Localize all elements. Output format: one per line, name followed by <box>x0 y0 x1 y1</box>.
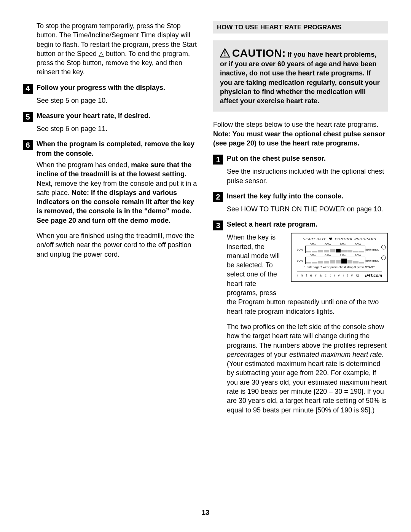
manual-page: To stop the program temporarily, press t… <box>0 0 411 532</box>
ifit-logo-text: iFIT.com <box>365 273 382 278</box>
hr-step-3-body: When the key is inserted, the manual mod… <box>227 233 388 415</box>
step-number-badge-hr-1: 1 <box>213 155 223 165</box>
step-5-body: See step 6 on page 11. <box>37 124 198 133</box>
page-number: 13 <box>23 509 388 517</box>
right-column: HOW TO USE HEART RATE PROGRAMS CAUTION: … <box>213 21 388 509</box>
hr-step-3-explain-i1: percentages <box>227 351 264 358</box>
console-button-dot-2 <box>381 256 386 260</box>
step-number-badge-hr-3: 3 <box>213 220 223 230</box>
console-title: HEART RATE CONTROL PROGRAMS <box>297 237 382 241</box>
console-profile-row-1: 50% 50% max. <box>297 246 382 253</box>
step-number-badge-hr-2: 2 <box>213 192 223 202</box>
console-profile-cells-2 <box>305 257 365 264</box>
caution-word: CAUTION: <box>232 47 286 59</box>
step-number-badge-5: 5 <box>23 112 33 122</box>
console-button-dot-1 <box>381 245 386 249</box>
hr-step-3-title: Select a heart rate program. <box>227 220 317 229</box>
heart-icon <box>329 237 333 241</box>
hr-step-3-explain-b: of your <box>264 351 289 358</box>
step-6-title: When the program is completed, remove th… <box>37 139 198 158</box>
step-4-header: 4 Follow your progress with the displays… <box>23 83 198 94</box>
step-5-header: 5 Measure your heart rate, if desired. <box>23 111 198 122</box>
hr-step-3-explain-a: The two profiles on the left side of the… <box>227 323 387 349</box>
console-figure-row: When the key is inserted, the manual mod… <box>227 233 388 297</box>
console-instruction-line: 1 enter age 2 wear pulse chest strap 3 p… <box>297 265 382 269</box>
console-title-a: HEART RATE <box>303 237 327 241</box>
hr-step-2-header: 2 Insert the key fully into the console. <box>213 192 388 202</box>
step-6-body-1: When the program has ended, make sure th… <box>37 160 198 225</box>
console-profile-cells-1 <box>305 246 365 253</box>
hr-step-3-explain: The two profiles on the left side of the… <box>227 322 388 415</box>
heart-rate-section-heading: HOW TO USE HEART RATE PROGRAMS <box>213 21 388 34</box>
console-row1-suffix: 50% max. <box>365 248 382 251</box>
hr-step-3-explain-i2: estimated maximum heart rate <box>289 351 382 358</box>
stop-program-paragraph: To stop the program temporarily, press t… <box>37 21 198 77</box>
console-footer-row: i n t e r a c t i v i t y @ iFIT.com <box>297 271 382 278</box>
hr-step-3-follow-on: the Program button repeatedly until one … <box>227 297 388 316</box>
step-5-title: Measure your heart rate, if desired. <box>37 111 150 120</box>
heart-rate-lead-bold: Note: You must wear the optional chest p… <box>213 130 385 147</box>
console-profile-row-2: 50% 50% max. <box>297 257 382 264</box>
console-row2-suffix: 50% max. <box>365 259 382 262</box>
step-4-title: Follow your progress with the displays. <box>37 83 165 92</box>
step-number-badge-4: 4 <box>23 84 33 94</box>
step-4-body: See step 5 on page 10. <box>37 96 198 105</box>
hr-step-1-body: See the instructions included with the o… <box>227 167 388 185</box>
hr-step-3-explain-c: . (Your estimated maximum heart rate is … <box>227 351 387 414</box>
hr-step-3-side-text: When the key is inserted, the manual mod… <box>227 233 284 297</box>
console-row1-left: 50% <box>297 248 305 251</box>
step-6-body-2: When you are finished using the treadmil… <box>37 231 198 259</box>
heart-rate-lead-a: Follow the steps below to use the heart … <box>213 121 378 128</box>
console-title-b: CONTROL PROGRAMS <box>335 237 376 241</box>
hr-step-1-header: 1 Put on the chest pulse sensor. <box>213 154 388 165</box>
hr-step-1-title: Put on the chest pulse sensor. <box>227 154 326 163</box>
step-number-badge-6: 6 <box>23 140 33 150</box>
hr-step-2-title: Insert the key fully into the console. <box>227 192 343 201</box>
warning-triangle-icon <box>220 48 230 58</box>
step-6-body-1a: When the program has ended, <box>37 161 131 169</box>
step-6-header: 6 When the program is completed, remove … <box>23 139 198 158</box>
console-illustration: HEART RATE CONTROL PROGRAMS 50% 60% 70% … <box>291 233 388 282</box>
svg-point-2 <box>224 55 225 56</box>
console-interactivity-text: i n t e r a c t i v i t y @ <box>297 273 361 277</box>
console-row2-left: 50% <box>297 259 305 262</box>
hr-step-2-body: See HOW TO TURN ON THE POWER on page 10. <box>227 204 388 214</box>
columns: To stop the program temporarily, press t… <box>23 21 388 509</box>
caution-box: CAUTION: If you have heart problems, or … <box>213 40 388 112</box>
heart-rate-lead-paragraph: Follow the steps below to use the heart … <box>213 120 388 148</box>
left-column: To stop the program temporarily, press t… <box>23 21 198 509</box>
hr-step-3-header: 3 Select a heart rate program. <box>213 220 388 230</box>
